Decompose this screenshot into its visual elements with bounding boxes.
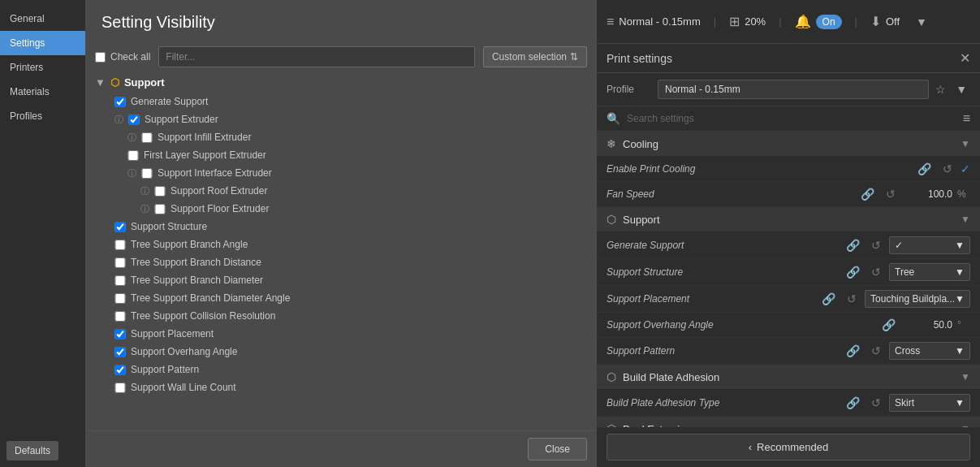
search-input[interactable] (627, 113, 956, 124)
list-item: Tree Support Branch Distance (92, 253, 590, 271)
recommended-button[interactable]: ‹ Recommended (607, 434, 970, 461)
fan-speed-link[interactable]: 🔗 (857, 186, 878, 202)
support-pattern-link[interactable]: 🔗 (843, 343, 863, 359)
support-section-header[interactable]: ▼ ⬡ Support (92, 72, 590, 93)
support-category-label: Support (623, 214, 954, 226)
support-structure-value: Tree (895, 266, 914, 278)
check-all-label[interactable]: Check all (95, 51, 150, 63)
support-pattern-reset[interactable]: ↺ (868, 343, 884, 359)
build-plate-adhesion-category-header[interactable]: ⬡ Build Plate Adhesion ▼ (597, 365, 980, 390)
tree-support-branch-angle-checkbox[interactable] (114, 240, 126, 250)
support-interface-extruder-checkbox[interactable] (141, 168, 153, 179)
info-icon[interactable]: ⓘ (114, 114, 123, 126)
filter-input[interactable] (158, 46, 475, 67)
tree-support-branch-distance-checkbox[interactable] (114, 257, 126, 268)
close-button[interactable]: Close (528, 438, 587, 461)
check-all-checkbox[interactable] (95, 52, 106, 63)
on-label: On (816, 15, 842, 29)
defaults-button[interactable]: Defaults (6, 441, 58, 461)
support-overhang-angle-label: Support Overhang Angle (607, 319, 874, 331)
support-overhang-angle-row: Support Overhang Angle 🔗 50.0 ° (597, 313, 980, 338)
print-settings-close-button[interactable]: ✕ (960, 50, 970, 66)
dual-extrusion-chevron-icon: ▼ (961, 423, 970, 427)
generate-support-link[interactable]: 🔗 (843, 237, 863, 253)
list-item: Support Overhang Angle (92, 343, 590, 361)
adhesion-type-value: Skirt (895, 397, 914, 409)
sidebar-item-settings[interactable]: Settings (0, 31, 85, 55)
tree-support-branch-diameter-checkbox[interactable] (114, 275, 126, 286)
support-structure-row: Support Structure 🔗 ↺ Tree ▼ (597, 259, 980, 286)
info-icon[interactable]: ⓘ (140, 203, 149, 215)
sidebar-item-printers[interactable]: Printers (0, 55, 85, 80)
dual-extrusion-category-header[interactable]: ⬡ Dual Extrusion ▼ (597, 417, 980, 427)
support-overhang-angle-checkbox[interactable] (114, 347, 126, 357)
adhesion-type-link[interactable]: 🔗 (843, 395, 863, 411)
sidebar-item-general[interactable]: General (0, 6, 85, 31)
setting-label: Support Overhang Angle (131, 346, 237, 357)
support-overhang-angle-link[interactable]: 🔗 (879, 317, 899, 333)
sidebar-item-materials[interactable]: Materials (0, 80, 85, 104)
info-icon[interactable]: ⓘ (140, 185, 149, 197)
support-extruder-checkbox[interactable] (128, 115, 140, 125)
support-placement-reset[interactable]: ↺ (844, 291, 860, 307)
setting-label: Tree Support Branch Distance (131, 257, 261, 268)
support-section-icon: ⬡ (110, 76, 119, 89)
support-pattern-dropdown[interactable]: Cross ▼ (889, 342, 970, 360)
info-icon[interactable]: ⓘ (127, 132, 136, 144)
on-indicator: 🔔 On (795, 14, 842, 29)
enable-print-cooling-reset[interactable]: ↺ (939, 161, 956, 177)
support-placement-checkbox[interactable] (114, 329, 126, 339)
setting-label: Tree Support Branch Diameter (131, 275, 263, 286)
support-infill-extruder-checkbox[interactable] (141, 132, 153, 143)
list-item: Support Structure (92, 218, 590, 236)
support-structure-dropdown[interactable]: Tree ▼ (889, 263, 970, 281)
divider2: | (779, 15, 781, 28)
support-structure-checkbox[interactable] (114, 222, 126, 232)
first-layer-support-extruder-checkbox[interactable] (127, 150, 139, 161)
expand-button[interactable]: ▼ (913, 14, 930, 30)
adhesion-type-reset[interactable]: ↺ (868, 395, 884, 411)
generate-support-reset[interactable]: ↺ (868, 237, 884, 253)
print-settings-title: Print settings (607, 52, 672, 65)
list-item: Tree Support Branch Angle (92, 236, 590, 253)
enable-print-cooling-link[interactable]: 🔗 (914, 161, 935, 177)
support-placement-row: Support Placement 🔗 ↺ Touching Buildpla.… (597, 286, 980, 313)
setting-label: Tree Support Branch Angle (131, 239, 248, 250)
profile-dropdown[interactable]: Normal - 0.15mm (658, 80, 929, 99)
list-item: ⓘ Support Interface Extruder (92, 164, 590, 182)
support-pattern-value: Cross (895, 345, 920, 357)
setting-label: Support Wall Line Count (131, 382, 236, 393)
support-icon: ⬡ (607, 213, 616, 226)
generate-support-checkbox[interactable] (114, 97, 126, 107)
support-placement-dropdown[interactable]: Touching Buildpla... ▼ (865, 290, 970, 308)
support-roof-extruder-checkbox[interactable] (154, 186, 166, 197)
tree-support-branch-diameter-angle-checkbox[interactable] (114, 293, 126, 304)
custom-selection-button[interactable]: Custom selection ⇅ (483, 46, 587, 67)
support-structure-link[interactable]: 🔗 (843, 264, 863, 280)
fan-speed-reset[interactable]: ↺ (883, 186, 899, 202)
support-pattern-checkbox[interactable] (114, 365, 126, 375)
generate-support-dropdown[interactable]: ✓ ▼ (889, 236, 970, 254)
list-item: Support Placement (92, 325, 590, 343)
setting-label: Support Placement (131, 328, 214, 339)
menu-icon-button[interactable]: ≡ (963, 111, 970, 126)
support-floor-extruder-checkbox[interactable] (154, 204, 166, 214)
adhesion-type-dropdown[interactable]: Skirt ▼ (889, 394, 970, 412)
profile-chevron[interactable]: ▼ (952, 81, 970, 97)
dialog-toolbar: Check all Custom selection ⇅ (85, 41, 597, 72)
support-placement-link[interactable]: 🔗 (818, 291, 839, 307)
support-category-header[interactable]: ⬡ Support ▼ (597, 207, 980, 232)
support-wall-line-count-checkbox[interactable] (114, 383, 126, 393)
support-placement-chevron: ▼ (955, 293, 965, 305)
enable-print-cooling-label: Enable Print Cooling (607, 163, 909, 175)
profile-icon: ≡ (607, 15, 614, 29)
info-icon[interactable]: ⓘ (127, 167, 136, 179)
support-section-label: Support (124, 76, 165, 89)
sidebar-item-profiles[interactable]: Profiles (0, 104, 85, 128)
cooling-category-header[interactable]: ❄ Cooling ▼ (597, 132, 980, 157)
star-button[interactable]: ☆ (935, 83, 946, 96)
support-structure-reset[interactable]: ↺ (868, 264, 884, 280)
chevron-left-icon: ‹ (749, 441, 752, 453)
list-item: ⓘ Support Floor Extruder (92, 200, 590, 218)
tree-support-collision-resolution-checkbox[interactable] (114, 311, 126, 322)
